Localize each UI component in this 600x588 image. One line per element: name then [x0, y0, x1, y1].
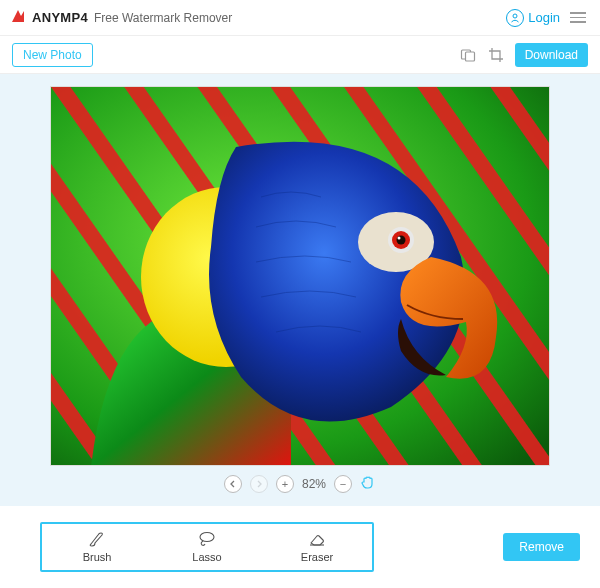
user-icon: [506, 9, 524, 27]
brush-icon: [88, 531, 106, 549]
remove-button[interactable]: Remove: [503, 533, 580, 561]
workspace: + 82% −: [0, 74, 600, 506]
new-photo-button[interactable]: New Photo: [12, 43, 93, 67]
zoom-value: 82%: [302, 477, 326, 491]
brand-name: ANYMP4: [32, 10, 88, 25]
eraser-tool[interactable]: Eraser: [262, 527, 372, 567]
brush-label: Brush: [83, 551, 112, 563]
svg-point-12: [398, 237, 401, 240]
download-button[interactable]: Download: [515, 43, 588, 67]
zoom-controls: + 82% −: [224, 474, 376, 493]
lasso-icon: [197, 531, 217, 549]
eraser-label: Eraser: [301, 551, 333, 563]
lasso-label: Lasso: [192, 551, 221, 563]
header-right: Login: [506, 9, 588, 27]
brand-subtitle: Free Watermark Remover: [94, 11, 232, 25]
parrot-image: [51, 87, 550, 466]
lasso-tool[interactable]: Lasso: [152, 527, 262, 567]
toolbar: New Photo Download: [0, 36, 600, 74]
zoom-in-button[interactable]: +: [276, 475, 294, 493]
svg-point-11: [397, 236, 406, 245]
zoom-out-button[interactable]: −: [334, 475, 352, 493]
pan-hand-icon[interactable]: [360, 474, 376, 493]
redo-button[interactable]: [250, 475, 268, 493]
compare-icon[interactable]: [459, 46, 477, 64]
menu-icon[interactable]: [568, 10, 588, 25]
app-header: ANYMP4 Free Watermark Remover Login: [0, 0, 600, 36]
footer: Brush Lasso Eraser Remove: [0, 506, 600, 588]
image-canvas[interactable]: [50, 86, 550, 466]
svg-rect-2: [465, 52, 474, 61]
eraser-icon: [308, 531, 326, 549]
undo-button[interactable]: [224, 475, 242, 493]
svg-point-13: [200, 533, 214, 542]
brush-tool[interactable]: Brush: [42, 527, 152, 567]
toolbar-right: Download: [459, 43, 588, 67]
svg-point-0: [513, 14, 517, 18]
login-label: Login: [528, 10, 560, 25]
crop-icon[interactable]: [487, 46, 505, 64]
selection-tool-group: Brush Lasso Eraser: [40, 522, 374, 572]
logo-icon: [10, 8, 26, 28]
login-button[interactable]: Login: [506, 9, 560, 27]
brand: ANYMP4 Free Watermark Remover: [10, 8, 232, 28]
